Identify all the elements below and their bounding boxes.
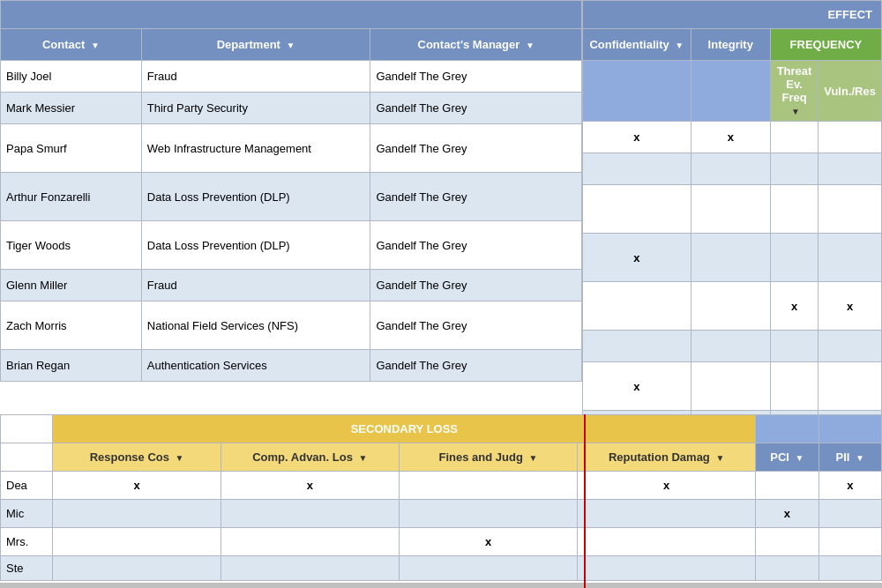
table-row: Papa Smurf Web Infrastructure Management…: [1, 124, 582, 173]
table-row: Dea x x x x: [1, 472, 882, 500]
effect-row: x: [583, 362, 882, 411]
effect-row: x x: [583, 122, 882, 153]
secondary-loss-title: SECONDARY LOSS: [53, 415, 756, 443]
divider-red: [584, 414, 586, 588]
confidentiality-header[interactable]: Confidentiality ▼: [583, 29, 691, 61]
table-row: Mark Messier Third Party Security Gandel…: [1, 93, 582, 124]
integrity-header: Integrity: [691, 29, 770, 61]
response-cost-header[interactable]: Response Cos ▼: [53, 443, 220, 472]
table-row: Zach Morris National Field Services (NFS…: [1, 301, 582, 350]
contact-filter-icon[interactable]: ▼: [91, 41, 100, 50]
fines-filter-icon[interactable]: ▼: [529, 453, 538, 463]
table-row: Mic x: [1, 500, 882, 528]
effect-title: EFFECT: [583, 1, 882, 29]
confidentiality-filter-icon[interactable]: ▼: [675, 41, 684, 50]
department-filter-icon[interactable]: ▼: [287, 41, 295, 50]
effect-row: [583, 331, 882, 362]
table-row: Billy Joel Fraud Gandelf The Grey: [1, 61, 582, 93]
manager-filter-icon[interactable]: ▼: [526, 41, 534, 50]
comp-advan-filter-icon[interactable]: ▼: [359, 453, 368, 463]
department-header[interactable]: Department ▼: [141, 29, 370, 61]
horizontal-scrollbar[interactable]: [0, 583, 882, 588]
vuln-res-header: Vuln./Res: [818, 61, 882, 122]
pii-header[interactable]: PII ▼: [818, 443, 881, 472]
main-table-area: Contact ▼ Department ▼ Contact's Manager…: [0, 0, 582, 414]
table-row: Arthur Fonzarelli Data Loss Prevention (…: [1, 173, 582, 221]
threat-ev-header[interactable]: Threat Ev. Freq ▼: [770, 61, 818, 122]
secondary-loss-area: SECONDARY LOSS Response Cos ▼ Comp. Adva…: [0, 414, 882, 588]
manager-header[interactable]: Contact's Manager ▼: [370, 29, 582, 61]
table-row: Mrs. x: [1, 528, 882, 556]
effect-row: x: [583, 234, 882, 282]
table-row: Glenn Miller Fraud Gandelf The Grey: [1, 270, 582, 301]
effect-frequency-area: EFFECT Confidentiality ▼ Integrity FREQU…: [582, 0, 882, 414]
effect-row: [583, 153, 882, 185]
threat-ev-filter-icon[interactable]: ▼: [791, 107, 800, 116]
effect-row: [583, 185, 882, 234]
contact-header[interactable]: Contact ▼: [1, 29, 142, 61]
frequency-title-header: FREQUENCY: [770, 29, 881, 61]
comp-advan-header[interactable]: Comp. Advan. Los ▼: [220, 443, 399, 472]
pii-filter-icon[interactable]: ▼: [856, 453, 864, 463]
table-row: Ste: [1, 556, 882, 581]
response-cost-filter-icon[interactable]: ▼: [176, 453, 184, 463]
spreadsheet-container: Contact ▼ Department ▼ Contact's Manager…: [0, 0, 882, 588]
table-row: Tiger Woods Data Loss Prevention (DLP) G…: [1, 221, 582, 270]
reputation-header[interactable]: Reputation Damag ▼: [578, 443, 756, 472]
fines-header[interactable]: Fines and Judg ▼: [399, 443, 577, 472]
pci-filter-icon[interactable]: ▼: [796, 453, 804, 463]
effect-row: x x: [583, 282, 882, 331]
pci-header[interactable]: PCI ▼: [756, 443, 818, 472]
reputation-filter-icon[interactable]: ▼: [715, 453, 724, 463]
table-row: Brian Regan Authentication Services Gand…: [1, 350, 582, 382]
